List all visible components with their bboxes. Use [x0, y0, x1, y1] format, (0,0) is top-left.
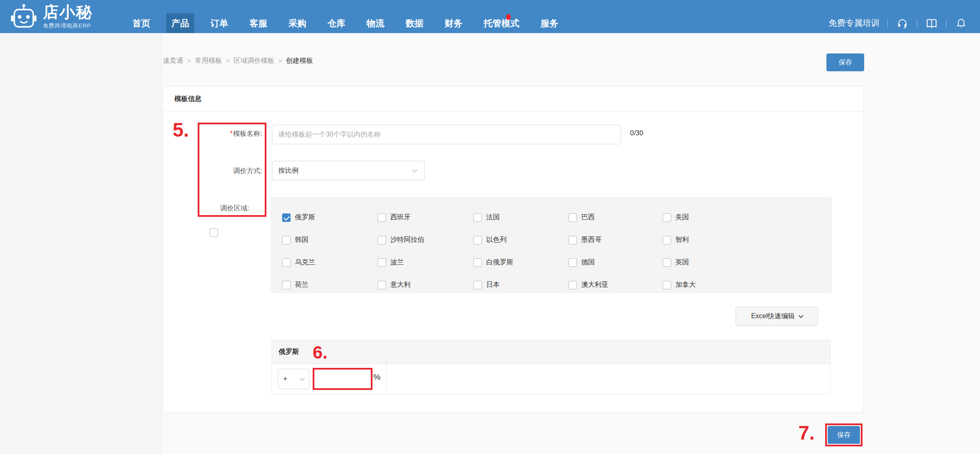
- headset-icon[interactable]: [896, 17, 909, 30]
- card-title: 模板信息: [174, 95, 202, 104]
- rate-table-header-empty: [386, 340, 830, 364]
- rate-table: 俄罗斯 6. + %: [272, 340, 831, 394]
- checkbox-icon[interactable]: [378, 281, 386, 289]
- nav-item-services[interactable]: 服务: [535, 13, 563, 33]
- char-counter: 0/30: [630, 129, 643, 137]
- country-option-korea[interactable]: 韩国: [282, 229, 378, 251]
- breadcrumb-separator: >: [187, 57, 191, 65]
- checkbox-icon[interactable]: [378, 213, 386, 222]
- template-name-label: *模板名称:: [203, 129, 262, 139]
- save-button-bottom[interactable]: 保存: [828, 426, 860, 444]
- country-option-mexico[interactable]: 墨西哥: [568, 229, 663, 251]
- checkbox-icon[interactable]: [282, 236, 291, 244]
- country-option-belarus[interactable]: 白俄罗斯: [473, 251, 568, 274]
- breadcrumb: 速卖通 > 常用模板 > 区域调价模板 > 创建模板: [163, 56, 313, 65]
- price-method-select[interactable]: 按比例: [272, 161, 425, 180]
- save-button-top[interactable]: 保存: [826, 53, 864, 71]
- price-region-checkbox[interactable]: [210, 228, 218, 237]
- nav-item-home[interactable]: 首页: [127, 13, 155, 33]
- checkbox-icon[interactable]: [378, 236, 386, 244]
- chevron-down-icon: [412, 167, 417, 173]
- country-option-israel[interactable]: 以色列: [473, 229, 568, 251]
- app-logo[interactable]: 店小秘 免费跨境电商ERP: [11, 3, 92, 30]
- country-option-ukraine[interactable]: 乌克兰: [282, 251, 378, 274]
- checkbox-icon[interactable]: [568, 281, 577, 289]
- annotation-step-5: 5.: [173, 120, 189, 140]
- template-name-input[interactable]: [272, 125, 621, 144]
- divider: [946, 19, 946, 28]
- operator-select[interactable]: +: [278, 369, 309, 389]
- breadcrumb-item-common-templates[interactable]: 常用模板: [195, 56, 222, 65]
- checkbox-icon[interactable]: [568, 258, 577, 267]
- annotation-box-rate-input: [313, 368, 372, 390]
- checkbox-icon[interactable]: [663, 281, 671, 289]
- breadcrumb-item-region-price-template[interactable]: 区域调价模板: [234, 56, 274, 65]
- nav-item-finance[interactable]: 财务: [440, 13, 468, 33]
- country-option-poland[interactable]: 波兰: [378, 251, 473, 274]
- rate-table-header-row: 俄罗斯 6.: [272, 340, 830, 364]
- nav-item-logistics[interactable]: 物流: [361, 13, 389, 33]
- nav-item-warehouse[interactable]: 仓库: [322, 13, 350, 33]
- breadcrumb-item-platform[interactable]: 速卖通: [163, 56, 183, 65]
- price-method-label: 调价方式:: [203, 166, 262, 176]
- country-option-france[interactable]: 法国: [473, 206, 568, 229]
- nav-item-products[interactable]: 产品: [166, 13, 194, 33]
- checkbox-icon[interactable]: [282, 281, 291, 289]
- top-navbar: 店小秘 免费跨境电商ERP 首页 产品 订单 客服 采购 仓库 物流 数据 财务…: [0, 0, 980, 33]
- checkbox-icon[interactable]: [663, 213, 671, 222]
- checkbox-icon[interactable]: [282, 258, 291, 267]
- breadcrumb-separator: >: [226, 57, 230, 65]
- country-option-germany[interactable]: 德国: [568, 251, 663, 274]
- rate-table-header-cell: 俄罗斯 6.: [272, 340, 386, 364]
- annotation-step-7: 7.: [798, 423, 815, 443]
- checkbox-icon[interactable]: [663, 236, 671, 244]
- country-option-brazil[interactable]: 巴西: [568, 206, 663, 229]
- checkbox-icon[interactable]: [473, 258, 482, 267]
- checkbox-icon[interactable]: [568, 236, 577, 244]
- main-menu: 首页 产品 订单 客服 采购 仓库 物流 数据 财务 托管模式 服务: [122, 13, 569, 33]
- country-option-japan[interactable]: 日本: [473, 274, 568, 296]
- country-option-australia[interactable]: 澳大利亚: [568, 274, 663, 296]
- rate-value-input[interactable]: [314, 370, 371, 388]
- nav-item-customer-service[interactable]: 客服: [244, 13, 272, 33]
- checkbox-icon[interactable]: [568, 213, 577, 222]
- country-option-uk[interactable]: 英国: [663, 251, 832, 274]
- template-info-card: 模板信息 5. *模板名称: 0/30 调价方式: 按比例 调价区域: 俄罗斯 …: [163, 86, 864, 413]
- chevron-down-icon: [300, 376, 305, 381]
- free-training-link[interactable]: 免费专属培训: [829, 17, 879, 29]
- book-icon[interactable]: [925, 17, 938, 30]
- checkbox-icon[interactable]: [473, 281, 482, 289]
- bell-icon[interactable]: [955, 17, 967, 30]
- percent-unit: %: [373, 373, 381, 382]
- rate-table-body-empty: [386, 364, 830, 394]
- nav-item-managed-mode[interactable]: 托管模式: [479, 13, 524, 33]
- rate-table-body-row: + %: [272, 364, 830, 394]
- page: 店小秘 免费跨境电商ERP 首页 产品 订单 客服 采购 仓库 物流 数据 财务…: [0, 0, 980, 454]
- chevron-down-icon: [798, 313, 803, 318]
- checkbox-icon[interactable]: [663, 258, 671, 267]
- navbar-right: 免费专属培训: [829, 13, 967, 33]
- country-option-netherlands[interactable]: 荷兰: [282, 274, 378, 296]
- country-option-canada[interactable]: 加拿大: [663, 274, 832, 296]
- nav-item-data[interactable]: 数据: [400, 13, 428, 33]
- nav-item-orders[interactable]: 订单: [205, 13, 233, 33]
- excel-quick-edit-button[interactable]: Excel快速编辑: [736, 307, 818, 326]
- checkbox-checked-icon[interactable]: [282, 213, 291, 222]
- divider: [917, 19, 917, 28]
- nav-item-purchase[interactable]: 采购: [283, 13, 311, 33]
- country-option-spain[interactable]: 西班牙: [378, 206, 473, 229]
- annotation-step-6: 6.: [313, 344, 328, 362]
- country-option-usa[interactable]: 美国: [663, 206, 832, 229]
- country-option-italy[interactable]: 意大利: [378, 274, 473, 296]
- required-asterisk: *: [230, 130, 232, 137]
- country-option-russia[interactable]: 俄罗斯: [282, 206, 378, 229]
- checkbox-icon[interactable]: [473, 236, 482, 244]
- divider: [888, 19, 888, 28]
- notification-dot: [506, 14, 511, 20]
- country-option-saudi-arabia[interactable]: 沙特阿拉伯: [378, 229, 473, 251]
- logo-title: 店小秘: [43, 4, 92, 21]
- checkbox-icon[interactable]: [473, 213, 482, 222]
- checkbox-icon[interactable]: [378, 258, 386, 267]
- country-option-chile[interactable]: 智利: [663, 229, 832, 251]
- breadcrumb-current: 创建模板: [286, 56, 313, 65]
